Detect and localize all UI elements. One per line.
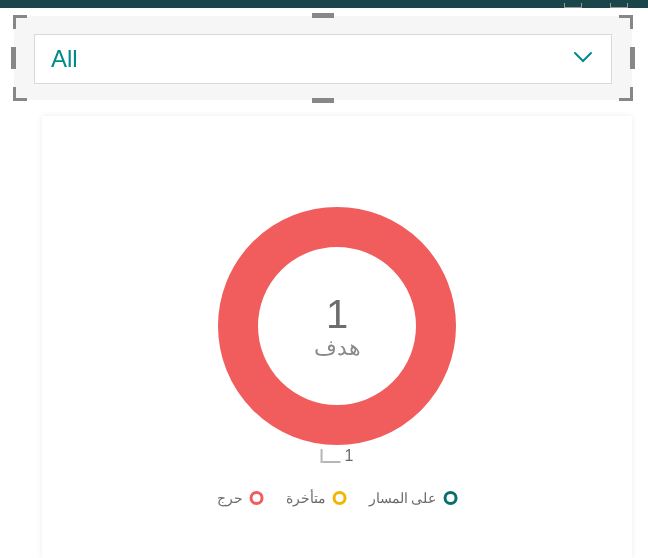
donut-center-label: هدف bbox=[314, 335, 361, 361]
legend-label-on-track: على المسار bbox=[369, 490, 437, 506]
resize-handle-right[interactable] bbox=[630, 47, 635, 69]
legend-swatch-late bbox=[333, 491, 347, 505]
callout-line-h bbox=[323, 461, 341, 463]
chart-legend: على المسار متأخرة حرج bbox=[217, 490, 458, 506]
legend-item-critical[interactable]: حرج bbox=[217, 490, 264, 506]
donut-center: 1 هدف bbox=[314, 292, 361, 361]
callout-line-v bbox=[321, 449, 323, 463]
resize-handle-tr[interactable] bbox=[619, 15, 633, 29]
app-header-bar bbox=[0, 0, 648, 8]
donut-callout: 1 bbox=[321, 449, 354, 463]
legend-label-late: متأخرة bbox=[286, 490, 326, 506]
donut-chart[interactable]: 1 هدف bbox=[218, 207, 456, 445]
view-icon-2[interactable] bbox=[610, 3, 628, 8]
view-icon-1[interactable] bbox=[564, 3, 582, 8]
donut-center-value: 1 bbox=[314, 292, 361, 337]
resize-handle-left[interactable] bbox=[11, 47, 16, 69]
callout-value: 1 bbox=[345, 449, 354, 463]
resize-handle-bl[interactable] bbox=[13, 87, 27, 101]
legend-swatch-critical bbox=[250, 491, 264, 505]
header-view-icons bbox=[564, 0, 628, 8]
resize-handle-br[interactable] bbox=[619, 87, 633, 101]
resize-handle-tl[interactable] bbox=[13, 15, 27, 29]
slicer-dropdown[interactable]: All bbox=[34, 34, 612, 84]
slicer-visual[interactable]: All bbox=[14, 16, 632, 100]
chevron-down-icon bbox=[571, 45, 595, 73]
legend-label-critical: حرج bbox=[217, 490, 243, 506]
resize-handle-top[interactable] bbox=[312, 13, 334, 18]
donut-chart-card[interactable]: 1 هدف 1 على المسار متأخرة حرج bbox=[42, 116, 632, 558]
legend-swatch-on-track bbox=[443, 491, 457, 505]
slicer-selected-value: All bbox=[51, 45, 78, 73]
legend-item-on-track[interactable]: على المسار bbox=[369, 490, 458, 506]
resize-handle-bottom[interactable] bbox=[312, 98, 334, 103]
legend-item-late[interactable]: متأخرة bbox=[286, 490, 347, 506]
